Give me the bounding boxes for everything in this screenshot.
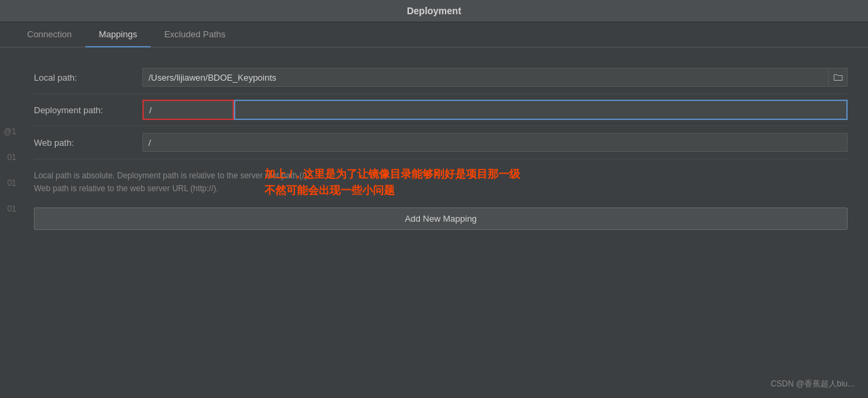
- local-path-label: Local path:: [34, 73, 142, 83]
- title-bar: Deployment: [0, 0, 868, 22]
- tab-connection[interactable]: Connection: [14, 22, 85, 47]
- tab-mappings[interactable]: Mappings: [85, 22, 151, 47]
- help-text: Local path is absolute. Deployment path …: [34, 159, 848, 202]
- line-num-4: 01: [0, 196, 19, 222]
- folder-browse-button[interactable]: [829, 68, 848, 87]
- help-line1: Local path is absolute. Deployment path …: [34, 170, 848, 182]
- web-path-input[interactable]: [142, 133, 848, 152]
- tabs-bar: Connection Mappings Excluded Paths: [0, 22, 868, 47]
- local-path-input[interactable]: [142, 68, 829, 87]
- local-path-row: Local path:: [34, 61, 848, 94]
- help-line2: Web path is relative to the web server U…: [34, 182, 848, 195]
- main-content: @1 01 01 01 Local path: Deployment pa: [0, 47, 868, 398]
- watermark: CSDN @香蕉超人biu...: [770, 378, 854, 390]
- deployment-path-input[interactable]: [142, 100, 234, 120]
- deployment-path-row: Deployment path:: [34, 94, 848, 126]
- line-num-1: @1: [0, 119, 19, 144]
- web-path-row: Web path:: [34, 126, 848, 159]
- web-path-input-wrapper: [142, 133, 848, 152]
- deployment-path-label: Deployment path:: [34, 105, 142, 115]
- tab-excluded-paths[interactable]: Excluded Paths: [151, 22, 239, 47]
- window-title: Deployment: [407, 5, 461, 16]
- local-path-input-wrapper: [142, 68, 829, 87]
- web-path-label: Web path:: [34, 138, 142, 148]
- line-num-2: 01: [0, 144, 19, 170]
- line-num-3: 01: [0, 170, 19, 196]
- add-mapping-button[interactable]: Add New Mapping: [34, 207, 848, 230]
- deployment-path-annotation-area: [234, 100, 848, 120]
- line-numbers: @1 01 01 01: [0, 119, 19, 222]
- deployment-window: Deployment Connection Mappings Excluded …: [0, 0, 868, 398]
